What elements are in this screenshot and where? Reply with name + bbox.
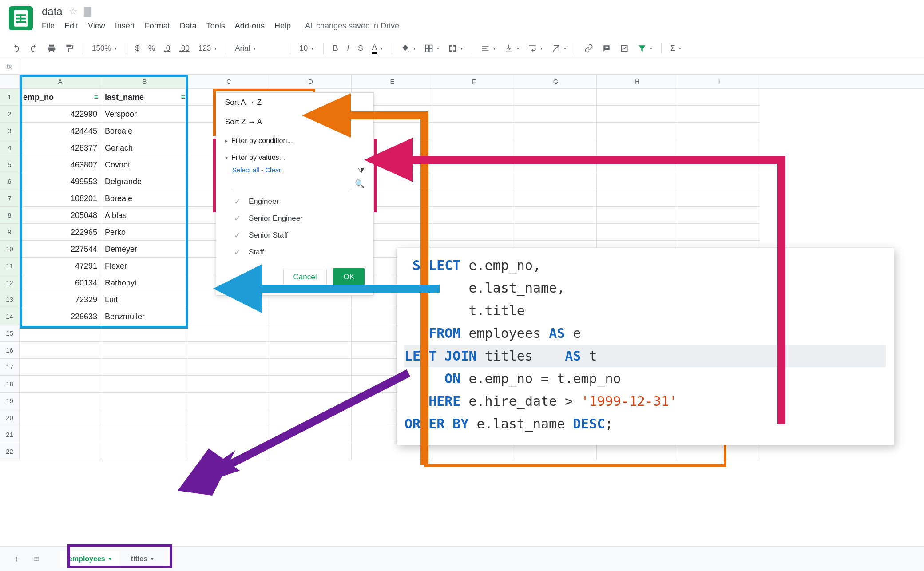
cell[interactable] — [270, 426, 352, 443]
filter-value[interactable]: ✓Engineer — [216, 193, 373, 210]
filter-search-input[interactable] — [232, 177, 350, 190]
cell[interactable] — [20, 325, 101, 342]
cell[interactable] — [433, 156, 515, 173]
doc-title[interactable]: data — [42, 5, 63, 18]
cell[interactable]: Rathonyi — [101, 274, 188, 291]
paint-format-button[interactable] — [61, 42, 77, 55]
cell[interactable] — [515, 89, 597, 106]
row-header[interactable]: 3 — [0, 123, 20, 139]
row-header[interactable]: 14 — [0, 308, 20, 325]
cell[interactable] — [101, 409, 188, 426]
row-header[interactable]: 13 — [0, 291, 20, 308]
cell[interactable] — [433, 89, 515, 106]
filter-button[interactable] — [634, 42, 656, 55]
col-header-E[interactable]: E — [352, 75, 433, 88]
cell[interactable] — [433, 224, 515, 241]
cell[interactable]: Covnot — [101, 156, 188, 173]
cell[interactable] — [515, 123, 597, 139]
cell[interactable] — [597, 139, 678, 156]
cell[interactable]: Luit — [101, 291, 188, 308]
cell[interactable] — [270, 376, 352, 393]
fill-color-button[interactable] — [397, 42, 419, 55]
cell[interactable] — [20, 376, 101, 393]
cell[interactable] — [270, 359, 352, 376]
row-header[interactable]: 6 — [0, 173, 20, 190]
cell[interactable] — [20, 409, 101, 426]
cell[interactable] — [101, 342, 188, 359]
col-header-B[interactable]: B — [101, 75, 188, 88]
cell[interactable] — [678, 224, 760, 241]
tab-titles[interactable]: titles▾ — [123, 551, 162, 567]
cell[interactable] — [270, 342, 352, 359]
ok-button[interactable]: OK — [333, 268, 365, 286]
col-header-F[interactable]: F — [433, 75, 515, 88]
percent-button[interactable]: % — [145, 42, 159, 55]
col-header-A[interactable]: A — [20, 75, 101, 88]
cell[interactable] — [20, 359, 101, 376]
cell[interactable] — [188, 443, 270, 460]
cell[interactable]: Verspoor — [101, 106, 188, 123]
wrap-button[interactable] — [524, 42, 546, 55]
row-header[interactable]: 18 — [0, 376, 20, 393]
cell[interactable]: 424445 — [20, 123, 101, 139]
cell[interactable] — [188, 359, 270, 376]
row-header[interactable]: 22 — [0, 443, 20, 460]
row-header[interactable]: 8 — [0, 207, 20, 224]
cell[interactable]: Gerlach — [101, 139, 188, 156]
cell[interactable] — [678, 139, 760, 156]
cell[interactable]: 226633 — [20, 308, 101, 325]
filter-chip-icon[interactable]: ≡ — [181, 89, 185, 106]
row-header[interactable]: 17 — [0, 359, 20, 376]
col-header-G[interactable]: G — [515, 75, 597, 88]
cell[interactable]: 108201 — [20, 190, 101, 207]
menu-tools[interactable]: Tools — [206, 21, 225, 31]
folder-icon[interactable]: ▇ — [84, 6, 91, 17]
row-header[interactable]: 11 — [0, 258, 20, 274]
cell[interactable] — [270, 393, 352, 409]
row-header[interactable]: 2 — [0, 106, 20, 123]
cell[interactable] — [678, 173, 760, 190]
cell[interactable] — [188, 325, 270, 342]
cell[interactable]: 222965 — [20, 224, 101, 241]
menu-file[interactable]: File — [42, 21, 55, 31]
cell[interactable]: Alblas — [101, 207, 188, 224]
strike-button[interactable]: S — [354, 42, 366, 55]
row-header[interactable]: 12 — [0, 274, 20, 291]
col-header-I[interactable]: I — [678, 75, 760, 88]
cell[interactable] — [20, 393, 101, 409]
cell[interactable] — [101, 376, 188, 393]
cell[interactable] — [188, 308, 270, 325]
cell[interactable] — [20, 342, 101, 359]
cell[interactable]: 205048 — [20, 207, 101, 224]
filter-select-all[interactable]: Select all — [232, 166, 259, 174]
cell[interactable]: 47291 — [20, 258, 101, 274]
link-button[interactable] — [581, 42, 597, 55]
cell[interactable] — [188, 426, 270, 443]
cell[interactable] — [270, 443, 352, 460]
menu-help[interactable]: Help — [274, 21, 291, 31]
row-header[interactable]: 16 — [0, 342, 20, 359]
col-header-D[interactable]: D — [270, 75, 352, 88]
cell[interactable] — [188, 409, 270, 426]
cell[interactable] — [101, 359, 188, 376]
cell[interactable] — [515, 156, 597, 173]
cell[interactable] — [515, 224, 597, 241]
filter-options-icon[interactable]: ⧩ — [358, 166, 365, 175]
italic-button[interactable]: I — [344, 42, 353, 55]
zoom-dropdown[interactable]: 150% — [88, 42, 120, 55]
fontsize-dropdown[interactable]: 10 — [296, 42, 318, 55]
menu-addons[interactable]: Add-ons — [235, 21, 265, 31]
cell[interactable] — [433, 207, 515, 224]
cell[interactable] — [597, 89, 678, 106]
menu-data[interactable]: Data — [180, 21, 197, 31]
row-header[interactable]: 7 — [0, 190, 20, 207]
cell[interactable]: emp_no≡ — [20, 89, 101, 106]
search-icon[interactable]: 🔍 — [355, 179, 365, 189]
row-header[interactable]: 10 — [0, 241, 20, 258]
cell[interactable]: Flexer — [101, 258, 188, 274]
halign-button[interactable] — [477, 42, 499, 55]
cell[interactable]: Boreale — [101, 123, 188, 139]
cell[interactable] — [101, 393, 188, 409]
cell[interactable] — [188, 342, 270, 359]
cell[interactable]: 60134 — [20, 274, 101, 291]
